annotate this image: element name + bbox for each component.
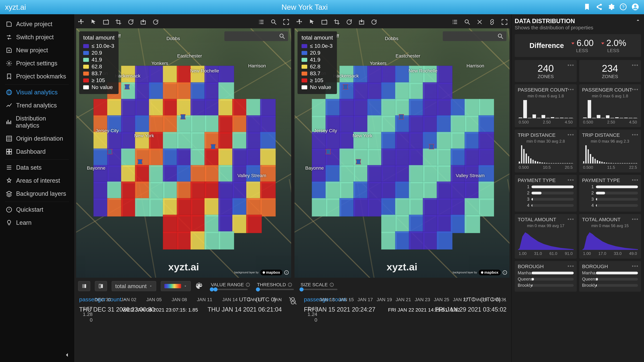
bookmark-icon[interactable] [583, 3, 591, 11]
histogram-card: •••PASSENGER COUNTmin 0 max 6 avg 1.80.5… [515, 84, 577, 127]
card-menu-icon[interactable]: ••• [568, 87, 574, 92]
sidebar-item-quickstart[interactable]: Quickstart [0, 203, 74, 216]
slider-threshold[interactable]: THRESHOLDi [257, 282, 294, 290]
outline-mode-button[interactable] [95, 281, 107, 291]
gradient-dropdown[interactable] [161, 281, 191, 291]
card-menu-icon[interactable]: ••• [568, 216, 574, 222]
right-panel: DATA DISTRIBUTION Shows the distribution… [512, 14, 644, 362]
sidebar-item-distribution-analytics[interactable]: Distribution analytics [0, 112, 74, 132]
move-icon[interactable] [296, 18, 303, 26]
share-icon[interactable] [595, 3, 603, 11]
sidebar-item-label: Trend analytics [16, 102, 57, 109]
palette-icon[interactable] [196, 282, 203, 290]
color-by-dropdown[interactable]: total amount [112, 281, 156, 291]
sidebar-item-areas-of-interest[interactable]: Areas of interest [0, 174, 74, 187]
timeline-link-icon[interactable] [288, 296, 298, 306]
move-icon[interactable] [78, 18, 84, 26]
brand: xyzt.ai [5, 3, 26, 11]
category-card: •••BOROUGHManha...QueensBrooklyn [579, 261, 641, 292]
sidebar-item-active-project[interactable]: Active project [0, 17, 74, 31]
map-attribution: background layer bymapboxi [234, 270, 289, 275]
card-menu-icon[interactable]: ••• [632, 132, 639, 138]
card-menu-icon[interactable]: ••• [632, 62, 639, 68]
snapshot-icon[interactable] [103, 18, 109, 26]
snapshot-icon[interactable] [321, 18, 328, 26]
rotate-cw-icon[interactable] [128, 18, 134, 26]
cursor-icon[interactable] [308, 18, 315, 26]
help-icon[interactable]: ? [620, 3, 627, 11]
sidebar-item-project-settings[interactable]: Project settings [0, 57, 74, 70]
link-icon[interactable] [489, 18, 496, 26]
sidebar-item-trend-analytics[interactable]: Trend analytics [0, 99, 74, 112]
list-icon[interactable] [258, 18, 265, 26]
rotate-cw-icon[interactable] [346, 18, 352, 26]
account-icon[interactable] [632, 3, 639, 11]
search-icon[interactable] [464, 18, 470, 26]
sidebar-item-dashboard[interactable]: Dashboard [0, 145, 74, 158]
svg-rect-11 [10, 152, 12, 154]
svg-text:i: i [248, 283, 248, 286]
card-menu-icon[interactable]: ••• [568, 177, 574, 183]
fill-mode-button[interactable] [78, 281, 90, 291]
card-menu-icon[interactable]: ••• [568, 62, 574, 68]
list-icon[interactable] [452, 18, 458, 26]
cursor-icon[interactable] [90, 18, 97, 26]
card-menu-icon[interactable]: ••• [632, 177, 639, 183]
category-card: •••PAYMENT TYPE1234 [579, 175, 641, 212]
svg-point-16 [280, 34, 283, 37]
card-menu-icon[interactable]: ••• [632, 216, 639, 222]
sidebar-item-label: Areas of interest [16, 177, 60, 184]
sidebar-item-label: Project settings [16, 60, 57, 67]
svg-rect-13 [104, 20, 108, 24]
sidebar-item-project-bookmarks[interactable]: Project bookmarks [0, 70, 74, 83]
sidebar-item-background-layers[interactable]: Background layers [0, 187, 74, 200]
titlebar: xyzt.ai New York Taxi ? [0, 0, 644, 14]
svg-text:i: i [332, 283, 332, 286]
svg-point-15 [272, 20, 275, 23]
sidebar-item-new-project[interactable]: New project [0, 44, 74, 57]
svg-rect-25 [82, 284, 84, 288]
crop-icon[interactable] [334, 18, 340, 26]
difference-bar: Difference 6.00LESS 2.0%LESS [515, 34, 641, 57]
sidebar-item-origin-destination[interactable]: Origin destination [0, 132, 74, 145]
crop-icon[interactable] [115, 18, 122, 26]
map-search[interactable] [443, 31, 506, 41]
export-icon[interactable] [140, 18, 146, 26]
zones-card: •••234ZONES [579, 60, 641, 82]
search-icon[interactable] [270, 18, 277, 26]
sidebar-item-learn[interactable]: Learn [0, 216, 74, 229]
refresh-icon[interactable] [152, 18, 159, 26]
card-menu-icon[interactable]: ••• [632, 263, 639, 269]
sidebar-collapse-button[interactable] [63, 351, 70, 359]
map-canvas[interactable]: WyckoffDobbsYonkersEastchesterNew Rochel… [294, 28, 510, 278]
svg-rect-7 [6, 136, 12, 141]
panel-collapse-icon[interactable] [635, 17, 641, 25]
svg-point-4 [8, 62, 10, 64]
refresh-icon[interactable] [371, 18, 377, 26]
map-search[interactable] [224, 31, 288, 41]
watermark: xyzt.ai [168, 261, 199, 273]
sidebar-item-label: Origin destination [16, 135, 63, 142]
sidebar-item-label: Background layers [16, 190, 66, 197]
panel-subtitle: Shows the distribution of properties [515, 25, 641, 30]
timeline-end: THU JAN 14 2021 06:21:04 [208, 306, 282, 313]
card-menu-icon[interactable]: ••• [568, 263, 574, 269]
sidebar-item-switch-project[interactable]: Switch project [0, 31, 74, 44]
panel-title: DATA DISTRIBUTION [515, 17, 575, 25]
export-icon[interactable] [358, 18, 365, 26]
gear-icon[interactable] [608, 3, 615, 11]
close-icon[interactable] [476, 18, 483, 26]
histogram-card: •••PASSENGER COUNTmin 0 max 6 avg 1.80.5… [579, 84, 641, 127]
slider-size-scale[interactable]: SIZE SCALEi [300, 282, 338, 290]
card-menu-icon[interactable]: ••• [568, 132, 574, 138]
slider-value-range[interactable]: VALUE RANGEi [211, 282, 250, 290]
sidebar-item-data-sets[interactable]: Data sets [0, 161, 74, 174]
sidebar-item-label: Switch project [16, 34, 54, 41]
svg-point-6 [8, 90, 10, 95]
sidebar-item-label: Learn [16, 219, 32, 226]
sidebar-item-visual-analytics[interactable]: Visual analytics [0, 86, 74, 99]
fullscreen-icon[interactable] [283, 18, 290, 26]
map-canvas[interactable]: WyckoffDobbsYonkersEastchesterNew Rochel… [76, 28, 291, 278]
fullscreen-icon[interactable] [501, 18, 508, 26]
card-menu-icon[interactable]: ••• [632, 87, 639, 92]
